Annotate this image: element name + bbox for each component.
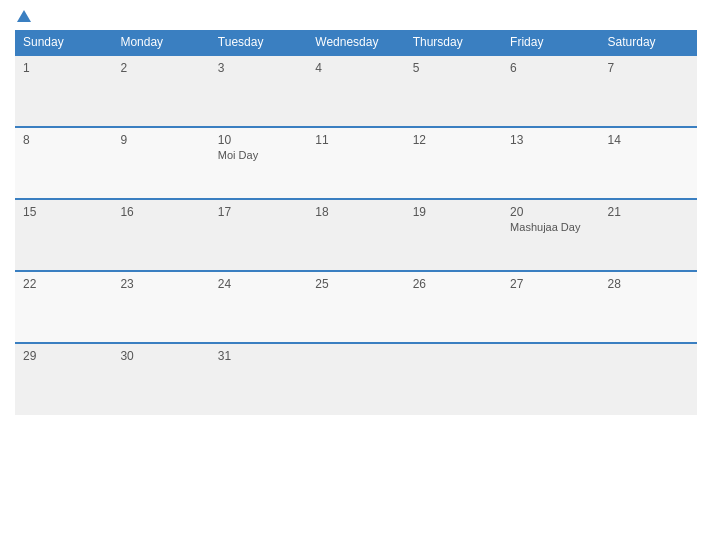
calendar-day-cell: 1 [15,55,112,127]
calendar-day-cell: 2 [112,55,209,127]
calendar-week-row: 293031 [15,343,697,415]
calendar-day-cell: 25 [307,271,404,343]
day-number: 23 [120,277,201,291]
calendar-day-cell: 10Moi Day [210,127,307,199]
calendar-day-cell: 21 [600,199,697,271]
calendar-week-row: 151617181920Mashujaa Day21 [15,199,697,271]
day-number: 8 [23,133,104,147]
weekday-header: Sunday [15,30,112,55]
day-number: 2 [120,61,201,75]
calendar-day-cell: 27 [502,271,599,343]
calendar-day-cell: 30 [112,343,209,415]
calendar-day-cell: 22 [15,271,112,343]
calendar-week-row: 22232425262728 [15,271,697,343]
calendar-day-cell: 5 [405,55,502,127]
day-number: 11 [315,133,396,147]
day-number: 21 [608,205,689,219]
day-number: 15 [23,205,104,219]
calendar-day-cell [600,343,697,415]
day-number: 28 [608,277,689,291]
day-number: 6 [510,61,591,75]
day-number: 3 [218,61,299,75]
calendar-day-cell: 17 [210,199,307,271]
calendar-header [15,10,697,22]
weekday-header: Thursday [405,30,502,55]
day-number: 29 [23,349,104,363]
calendar-day-cell: 7 [600,55,697,127]
day-number: 14 [608,133,689,147]
day-number: 22 [23,277,104,291]
calendar-day-cell: 11 [307,127,404,199]
calendar-day-cell: 8 [15,127,112,199]
day-number: 17 [218,205,299,219]
calendar-week-row: 8910Moi Day11121314 [15,127,697,199]
calendar-day-cell: 18 [307,199,404,271]
svg-marker-0 [17,10,31,22]
calendar-day-cell: 20Mashujaa Day [502,199,599,271]
calendar-day-cell: 19 [405,199,502,271]
day-number: 9 [120,133,201,147]
day-number: 18 [315,205,396,219]
weekday-header: Wednesday [307,30,404,55]
calendar-day-cell: 9 [112,127,209,199]
day-number: 5 [413,61,494,75]
day-number: 4 [315,61,396,75]
calendar-day-cell: 14 [600,127,697,199]
logo-triangle-icon [17,10,31,22]
calendar-day-cell: 23 [112,271,209,343]
calendar-day-cell: 26 [405,271,502,343]
day-number: 13 [510,133,591,147]
calendar-day-cell [405,343,502,415]
weekday-header: Saturday [600,30,697,55]
calendar-day-cell: 16 [112,199,209,271]
calendar-day-cell [502,343,599,415]
calendar-day-cell: 13 [502,127,599,199]
calendar-day-cell: 4 [307,55,404,127]
calendar-day-cell: 15 [15,199,112,271]
calendar-day-cell: 31 [210,343,307,415]
weekday-header: Friday [502,30,599,55]
day-number: 24 [218,277,299,291]
holiday-label: Mashujaa Day [510,221,591,233]
calendar-grid: SundayMondayTuesdayWednesdayThursdayFrid… [15,30,697,415]
day-number: 16 [120,205,201,219]
calendar-day-cell: 6 [502,55,599,127]
day-number: 27 [510,277,591,291]
calendar-week-row: 1234567 [15,55,697,127]
calendar-container: SundayMondayTuesdayWednesdayThursdayFrid… [0,0,712,550]
day-number: 30 [120,349,201,363]
calendar-day-cell: 3 [210,55,307,127]
calendar-day-cell: 24 [210,271,307,343]
weekday-header: Monday [112,30,209,55]
day-number: 1 [23,61,104,75]
calendar-day-cell [307,343,404,415]
logo [15,10,31,22]
day-number: 10 [218,133,299,147]
day-number: 31 [218,349,299,363]
holiday-label: Moi Day [218,149,299,161]
day-number: 20 [510,205,591,219]
day-number: 25 [315,277,396,291]
calendar-day-cell: 28 [600,271,697,343]
day-number: 26 [413,277,494,291]
day-number: 19 [413,205,494,219]
day-number: 12 [413,133,494,147]
weekday-header: Tuesday [210,30,307,55]
calendar-day-cell: 12 [405,127,502,199]
day-number: 7 [608,61,689,75]
weekday-header-row: SundayMondayTuesdayWednesdayThursdayFrid… [15,30,697,55]
calendar-day-cell: 29 [15,343,112,415]
